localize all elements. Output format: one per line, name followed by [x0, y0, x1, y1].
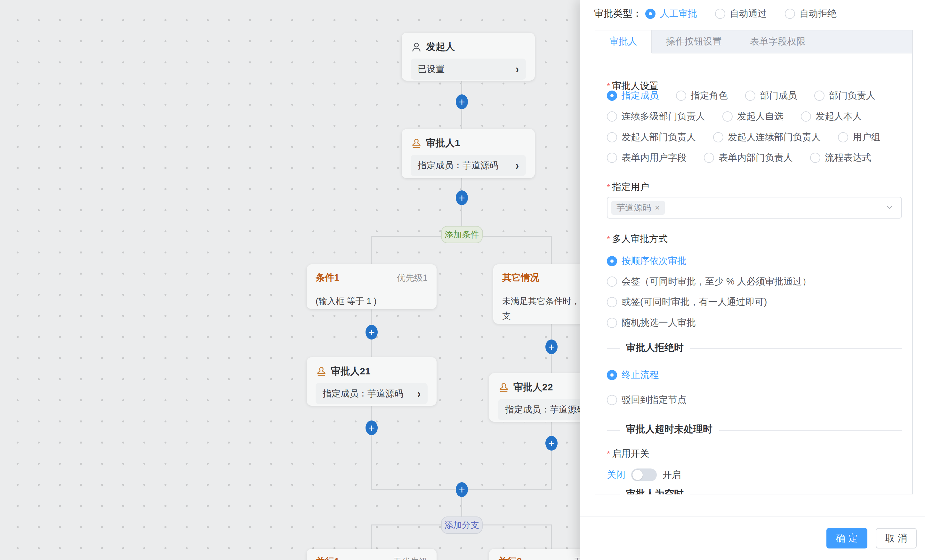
multi-mode-label: *多人审批方式 [607, 233, 668, 245]
tab-body: *审批人设置 指定成员 指定角色 部门成员 部门负责人 [595, 53, 912, 494]
approver-settings-drawer: 审批类型： 人工审批 自动通过 自动拒绝 审批人 操作按钮设置 表单字段权限 [580, 0, 925, 560]
chevron-right-icon: › [417, 387, 420, 400]
approver-option-starter-self[interactable]: 发起人本人 [801, 110, 862, 123]
chevron-right-icon: › [516, 62, 519, 76]
connector-line [551, 236, 552, 264]
approver-option-user-group[interactable]: 用户组 [838, 131, 880, 144]
approver-options-row3: 发起人部门负责人 发起人连续部门负责人 用户组 [607, 131, 880, 144]
connector-line [371, 405, 372, 489]
start-node[interactable]: 发起人 已设置 › [402, 33, 535, 81]
approver-option-assigned-member[interactable]: 指定成员 [607, 89, 659, 102]
approval-type-option-auto-pass[interactable]: 自动通过 [715, 8, 767, 20]
chevron-down-icon [885, 203, 893, 212]
parallel2-title: 并行2 [498, 555, 522, 560]
approver1-node-summary[interactable]: 指定成员：芋道源码 › [411, 155, 526, 176]
empty-section-title: 审批人为空时 [620, 487, 690, 494]
workflow-designer: 发起人 已设置 › + 审批人1 指定成员：芋道源码 › [0, 0, 925, 560]
add-node-button[interactable]: + [545, 340, 557, 354]
condition1-expression: (输入框 等于 1 ) [316, 294, 428, 309]
chevron-right-icon: › [516, 159, 519, 173]
timeout-section-title: 审批人超时未处理时 [620, 423, 719, 436]
assigned-user-select[interactable]: 芋道源码 × [607, 197, 902, 218]
approver-option-starter-select[interactable]: 发起人自选 [722, 110, 783, 123]
approver-option-dept-leader[interactable]: 部门负责人 [814, 89, 875, 102]
add-node-button[interactable]: + [456, 95, 468, 109]
tab-approver[interactable]: 审批人 [595, 30, 652, 53]
switch-on-label: 开启 [663, 468, 681, 481]
reject-section-divider: 审批人拒绝时 [607, 348, 902, 349]
reject-option-return-node[interactable]: 驳回到指定节点 [607, 394, 687, 406]
approver1-node-title: 审批人1 [426, 137, 460, 150]
tab-form-field-permission[interactable]: 表单字段权限 [736, 30, 820, 53]
approver21-node-title: 审批人21 [331, 365, 370, 378]
radio-icon[interactable] [645, 9, 655, 19]
add-node-button[interactable]: + [456, 482, 468, 497]
add-node-button[interactable]: + [366, 420, 378, 435]
reject-option-terminate[interactable]: 终止流程 [607, 369, 659, 381]
approval-type-label: 审批类型： [594, 7, 642, 20]
add-node-button[interactable]: + [366, 325, 378, 340]
add-branch-button[interactable]: 添加分支 [441, 516, 483, 534]
approver-option-form-user-field[interactable]: 表单内用户字段 [607, 151, 687, 164]
approval-type-row: 审批类型： 人工审批 自动通过 自动拒绝 [594, 7, 837, 20]
approver-options-row2: 连续多级部门负责人 发起人自选 发起人本人 [607, 110, 862, 123]
tag-remove-icon[interactable]: × [655, 203, 660, 213]
condition-else-title: 其它情况 [502, 271, 539, 284]
approver-option-form-dept-leader[interactable]: 表单内部门负责人 [704, 151, 793, 164]
connector-line [551, 422, 552, 489]
approver-option-assigned-role[interactable]: 指定角色 [676, 89, 728, 102]
add-node-button[interactable]: + [456, 190, 468, 205]
start-node-title: 发起人 [426, 40, 455, 53]
approver-options-row4: 表单内用户字段 表单内部门负责人 流程表达式 [607, 151, 871, 164]
approver-option-process-expression[interactable]: 流程表达式 [810, 151, 871, 164]
condition1-node[interactable]: 条件1 优先级1 (输入框 等于 1 ) [307, 264, 437, 309]
approver1-node[interactable]: 审批人1 指定成员：芋道源码 › [402, 129, 535, 178]
multi-mode-option-random-one[interactable]: 随机挑选一人审批 [607, 316, 696, 329]
radio-icon[interactable] [715, 9, 725, 19]
confirm-button[interactable]: 确 定 [826, 528, 868, 548]
add-condition-button[interactable]: 添加条件 [441, 226, 483, 243]
add-node-button[interactable]: + [545, 436, 557, 450]
connector-line [371, 236, 372, 264]
reject-section-title: 审批人拒绝时 [620, 341, 690, 354]
approver22-node-title: 审批人22 [514, 381, 553, 394]
tab-action-buttons[interactable]: 操作按钮设置 [652, 30, 736, 53]
connector-line [551, 524, 552, 549]
user-tag: 芋道源码 × [611, 201, 665, 215]
connector-line [371, 524, 372, 549]
approver-option-starter-multi-dept-leader[interactable]: 发起人连续部门负责人 [713, 131, 821, 144]
condition1-title: 条件1 [316, 271, 339, 284]
approver-option-multi-level-dept-leader[interactable]: 连续多级部门负责人 [607, 110, 705, 123]
drawer-footer: 确 定 取 消 [580, 516, 925, 560]
approver21-node[interactable]: 审批人21 指定成员：芋道源码 › [307, 357, 437, 406]
start-node-summary[interactable]: 已设置 › [411, 59, 526, 80]
stamp-icon [498, 382, 509, 393]
cancel-button[interactable]: 取 消 [876, 528, 917, 548]
multi-mode-option-sequential[interactable]: 按顺序依次审批 [607, 255, 687, 268]
parallel1-node[interactable]: 并行1 无优先级 [307, 549, 437, 560]
radio-icon[interactable] [785, 9, 795, 19]
timeout-switch-row: 关闭 开启 [607, 468, 681, 481]
user-icon [411, 41, 422, 53]
multi-mode-option-or-sign[interactable]: 或签(可同时审批，有一人通过即可) [607, 296, 767, 309]
settings-tab-card: 审批人 操作按钮设置 表单字段权限 *审批人设置 指定成员 指定角色 [595, 30, 913, 494]
stamp-icon [316, 366, 327, 377]
approver21-node-summary[interactable]: 指定成员：芋道源码 › [316, 383, 428, 404]
timeout-toggle[interactable] [631, 468, 657, 481]
approver-option-starter-dept-leader[interactable]: 发起人部门负责人 [607, 131, 696, 144]
tab-header: 审批人 操作按钮设置 表单字段权限 [595, 30, 912, 53]
approver-option-dept-member[interactable]: 部门成员 [745, 89, 797, 102]
approver-options-row1: 指定成员 指定角色 部门成员 部门负责人 [607, 89, 875, 102]
condition1-priority: 优先级1 [397, 272, 428, 283]
stamp-icon [411, 138, 422, 149]
parallel1-title: 并行1 [316, 555, 339, 560]
approval-type-option-manual[interactable]: 人工审批 [645, 8, 697, 20]
enable-switch-label: *启用开关 [607, 447, 649, 460]
switch-off-label: 关闭 [607, 468, 625, 481]
parallel1-priority: 无优先级 [393, 556, 428, 560]
assigned-user-label: *指定用户 [607, 181, 649, 194]
timeout-section-divider: 审批人超时未处理时 [607, 430, 902, 431]
multi-mode-option-all-sign[interactable]: 会签（可同时审批，至少 % 人必须审批通过） [607, 275, 811, 288]
approval-type-option-auto-reject[interactable]: 自动拒绝 [785, 8, 837, 20]
